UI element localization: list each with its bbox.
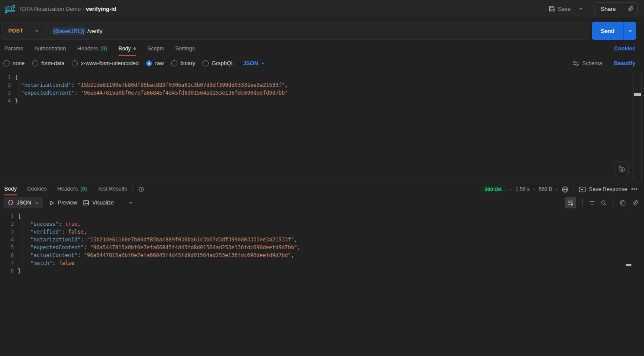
tab-settings[interactable]: Settings — [175, 46, 195, 56]
response-meta: 200 OK 1.56 s 568 B Save Response ••• — [480, 185, 638, 195]
body-modified-dot — [133, 47, 136, 50]
send-options-chevron[interactable] — [624, 22, 636, 40]
postbot-sparkle-icon — [617, 165, 626, 173]
format-options-chevron[interactable] — [128, 200, 133, 205]
meta-dot — [510, 189, 511, 190]
wrap-text-icon[interactable] — [565, 197, 576, 208]
filter-icon[interactable] — [589, 200, 595, 206]
radio-form-data[interactable] — [32, 60, 38, 66]
line-number: 6 — [0, 251, 18, 259]
request-scrollbar-track[interactable] — [633, 72, 642, 181]
tab-body[interactable]: Body — [119, 46, 136, 56]
response-tab-body-label: Body — [4, 186, 17, 192]
body-type-urlencoded-label: x-www-form-urlencoded — [81, 60, 139, 66]
visualize-button[interactable]: Visualize — [83, 200, 114, 206]
breadcrumb-request-name[interactable]: verifying-id — [86, 6, 116, 12]
icons-divider — [582, 199, 583, 206]
code-line: 3 "expectedContent": "96a5447815a0bf0e7e… — [0, 89, 644, 97]
copy-icon[interactable] — [620, 200, 626, 206]
body-type-graphql[interactable]: GraphQL — [202, 60, 234, 66]
send-button[interactable]: Send — [592, 22, 623, 40]
beautify-button[interactable]: Beautify — [614, 60, 635, 66]
postbot-button[interactable] — [614, 162, 629, 176]
response-time[interactable]: 1.56 s — [515, 186, 530, 192]
language-select[interactable]: JSON — [243, 60, 266, 66]
code-line: 6 "actualContent": "96a5447815a0bf0e7efa… — [0, 251, 644, 259]
url-input[interactable]: {{baseURL}} /verify — [46, 28, 103, 34]
radio-none[interactable] — [3, 60, 10, 66]
code-line: 1{ — [0, 212, 644, 220]
preview-label: Preview — [58, 200, 77, 206]
radio-urlencoded[interactable] — [72, 60, 78, 66]
paperclip-icon[interactable] — [622, 6, 637, 12]
schema-button[interactable]: Schema — [572, 60, 602, 66]
meta-divider — [574, 186, 574, 193]
response-body-editor[interactable]: 1{2 "success": true,3 "verified": false,… — [0, 210, 644, 349]
meta-dot — [534, 189, 535, 190]
response-scrollbar-thumb[interactable] — [626, 264, 631, 266]
cookies-link[interactable]: Cookies — [614, 46, 635, 56]
body-type-binary[interactable]: binary — [171, 60, 195, 66]
response-scrollbar-track[interactable] — [625, 211, 631, 349]
breadcrumb-separator: / — [81, 6, 86, 12]
indent-guide — [20, 81, 20, 97]
tab-body-label: Body — [119, 46, 131, 52]
link-icon[interactable] — [631, 200, 638, 206]
request-body-editor[interactable]: 1{2 "notarizationId": "15b21de61100e7b80… — [0, 71, 644, 181]
response-tab-body[interactable]: Body — [4, 186, 17, 195]
response-tab-headers[interactable]: Headers(8) — [57, 186, 87, 195]
body-type-binary-label: binary — [180, 60, 195, 66]
preview-button[interactable]: Preview — [49, 200, 77, 206]
globe-icon[interactable] — [561, 186, 569, 193]
code-line: 2 "success": true, — [0, 220, 644, 228]
breadcrumb-collection[interactable]: IOTA Notarization Demo — [20, 6, 81, 12]
line-number: 1 — [0, 212, 18, 220]
request-code-lines[interactable]: 1{2 "notarizationId": "15b21de61100e7b80… — [0, 73, 644, 105]
more-options-icon[interactable]: ••• — [631, 186, 638, 192]
radio-binary[interactable] — [171, 60, 177, 66]
chevron-down-icon — [34, 28, 40, 33]
response-format-select[interactable]: {} JSON — [3, 197, 43, 208]
history-icon[interactable] — [138, 186, 145, 195]
url-variable-token[interactable]: {{baseURL}} — [52, 27, 86, 35]
schema-label: Schema — [582, 60, 602, 66]
tab-params[interactable]: Params — [4, 46, 23, 56]
status-badge[interactable]: 200 OK — [480, 185, 506, 193]
tab-headers[interactable]: Headers(9) — [77, 46, 107, 56]
request-scrollbar-thumb[interactable] — [634, 93, 641, 96]
line-number: 1 — [0, 73, 15, 81]
response-tab-headers-count: (8) — [80, 186, 87, 192]
body-type-raw[interactable]: raw — [146, 60, 164, 66]
method-select[interactable]: POST — [1, 28, 46, 34]
save-button[interactable]: Save — [548, 5, 571, 12]
chevron-down-icon — [260, 61, 266, 66]
icons-divider — [613, 199, 614, 206]
save-response-button[interactable]: Save Response — [579, 186, 627, 192]
response-size[interactable]: 568 B — [539, 186, 552, 192]
line-number: 4 — [0, 236, 18, 244]
search-icon[interactable] — [601, 200, 607, 206]
share-button[interactable]: Share — [594, 6, 622, 12]
radio-graphql[interactable] — [202, 60, 209, 66]
tab-authorization[interactable]: Authorization — [34, 46, 66, 56]
url-path: /verify — [86, 28, 102, 34]
tab-scripts-label: Scripts — [147, 46, 164, 52]
code-line: 4 "notarizationId": "15b21de61100e7b80df… — [0, 236, 644, 244]
save-options-chevron[interactable] — [575, 6, 587, 11]
response-tab-test-results[interactable]: Test Results — [97, 186, 127, 195]
code-line: 8} — [0, 267, 644, 275]
visualize-label: Visualize — [92, 200, 114, 206]
save-response-label: Save Response — [589, 186, 627, 192]
body-type-none-label: none — [13, 60, 25, 66]
share-group: Share — [594, 2, 638, 15]
radio-raw-selected[interactable] — [146, 60, 152, 66]
tab-scripts[interactable]: Scripts — [147, 46, 164, 56]
code-line: 2 "notarizationId": "15b21de61100e7b80df… — [0, 81, 644, 89]
toolbar-divider — [121, 199, 121, 206]
response-tab-cookies[interactable]: Cookies — [27, 186, 47, 195]
body-type-urlencoded[interactable]: x-www-form-urlencoded — [72, 60, 139, 66]
code-line: 4} — [0, 97, 644, 105]
body-type-form-data[interactable]: form-data — [32, 60, 65, 66]
response-code-lines[interactable]: 1{2 "success": true,3 "verified": false,… — [0, 212, 644, 275]
body-type-none[interactable]: none — [3, 60, 25, 66]
